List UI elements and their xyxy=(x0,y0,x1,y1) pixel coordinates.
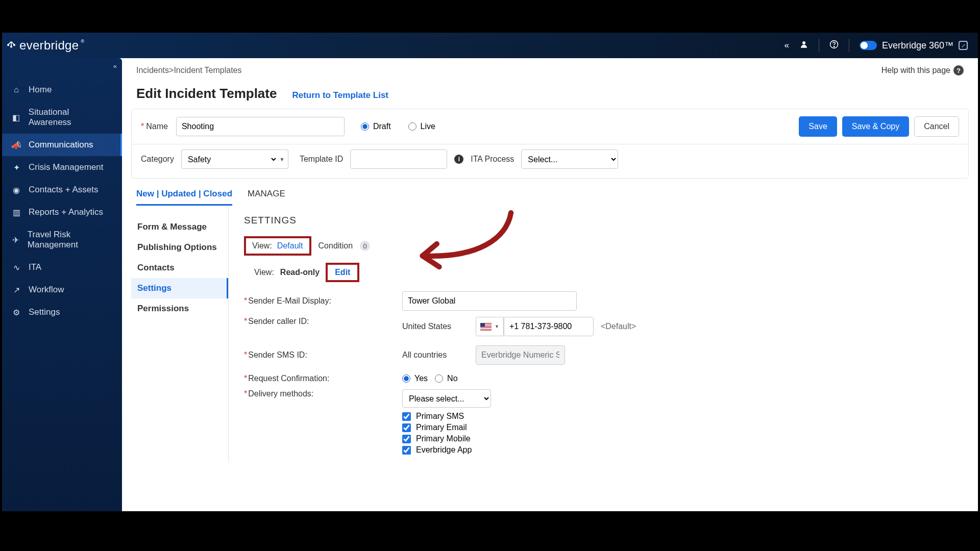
tab-new-updated-closed[interactable]: New | Updated | Closed xyxy=(136,189,232,206)
view-mode-value: Read-only xyxy=(280,268,320,277)
delivery-method-label: Primary Mobile xyxy=(416,434,471,443)
breadcrumb-root[interactable]: Incidents xyxy=(136,66,169,75)
delivery-method-everbridge-app: Everbridge App xyxy=(402,445,491,455)
sender-sms-id-input[interactable] xyxy=(476,345,565,365)
page-title: Edit Incident Template xyxy=(136,86,277,102)
expand-icon[interactable]: ⤢ xyxy=(959,41,968,50)
help-with-page[interactable]: Help with this page ? xyxy=(881,65,964,76)
condition-label: Condition xyxy=(318,241,353,251)
brand-name: everbridge xyxy=(19,38,79,53)
status-live-radio[interactable] xyxy=(408,122,416,131)
delivery-checkbox[interactable] xyxy=(402,435,411,443)
us-flag-icon xyxy=(480,323,492,331)
sidebar-collapse-icon[interactable]: « xyxy=(113,62,117,70)
nav-label: Travel Risk Management xyxy=(28,230,113,250)
sender-email-display-input[interactable] xyxy=(402,291,577,311)
settings-panel: SETTINGS View: Default Condition 0 View:… xyxy=(228,206,978,463)
logo-icon xyxy=(6,40,16,51)
condition-count-badge: 0 xyxy=(360,241,370,251)
edit-highlight: Edit xyxy=(326,263,359,282)
confirm-no-radio[interactable] xyxy=(435,374,443,383)
sidebar-item-ita[interactable]: ∿ITA xyxy=(2,256,122,279)
status-draft-radio[interactable] xyxy=(361,122,369,131)
subnav-form-message[interactable]: Form & Message xyxy=(131,217,228,237)
svg-point-0 xyxy=(8,44,9,46)
cancel-button[interactable]: Cancel xyxy=(914,116,959,137)
tabs: New | Updated | Closed MANAGE xyxy=(122,179,978,206)
delivery-checkbox[interactable] xyxy=(402,446,411,455)
request-confirmation-label: Request Confirmation: xyxy=(248,374,329,383)
sidebar-item-reports-analytics[interactable]: ▥Reports + Analytics xyxy=(2,201,122,223)
sms-country: All countries xyxy=(402,350,476,360)
tab-manage[interactable]: MANAGE xyxy=(248,189,285,206)
status-draft-label: Draft xyxy=(373,122,391,131)
plane-icon: ✈ xyxy=(11,235,20,245)
sender-caller-id-label: Sender caller ID: xyxy=(248,317,309,325)
view-default-link[interactable]: Default xyxy=(277,241,303,251)
delivery-methods-label: Delivery methods: xyxy=(248,389,313,398)
sidebar-item-settings[interactable]: ⚙Settings xyxy=(2,301,122,323)
nav-label: Communications xyxy=(29,140,93,150)
caret-down-icon: ▼ xyxy=(495,324,499,329)
edit-link[interactable]: Edit xyxy=(335,268,350,277)
toggle-icon xyxy=(860,41,877,50)
subnav-settings[interactable]: Settings xyxy=(131,278,228,298)
svg-point-1 xyxy=(14,44,15,46)
help-question-icon: ? xyxy=(953,65,964,76)
user-icon[interactable] xyxy=(799,40,808,52)
sidebar-item-home[interactable]: ⌂Home xyxy=(2,79,122,101)
sidebar-item-situational-awareness[interactable]: ◧Situational Awareness xyxy=(2,101,122,134)
collapse-panels-icon[interactable]: « xyxy=(784,40,789,51)
everbridge-360-toggle[interactable]: Everbridge 360™ ⤢ xyxy=(860,40,968,51)
product-name: Everbridge 360™ xyxy=(882,40,953,51)
caller-country: United States xyxy=(402,322,469,331)
gear-icon: ⚙ xyxy=(11,307,21,317)
category-label: Category xyxy=(141,155,174,164)
contacts-icon: ◉ xyxy=(11,185,21,195)
sidebar-item-communications[interactable]: 📣Communications xyxy=(2,134,122,156)
sidebar-item-workflow[interactable]: ↗Workflow xyxy=(2,279,122,301)
view-mode-label: View: xyxy=(254,268,274,277)
help-icon[interactable] xyxy=(829,40,839,52)
cm-icon: ✦ xyxy=(11,162,21,172)
delivery-method-label: Primary Email xyxy=(416,423,467,432)
subnav-contacts[interactable]: Contacts xyxy=(131,258,228,278)
name-input[interactable] xyxy=(176,117,345,136)
return-to-list-link[interactable]: Return to Template List xyxy=(292,90,388,101)
category-dropdown-icon[interactable]: ▼ xyxy=(276,149,288,169)
nav-label: Situational Awareness xyxy=(29,107,113,128)
confirm-yes-label: Yes xyxy=(414,374,428,383)
subnav-publishing-options[interactable]: Publishing Options xyxy=(131,237,228,258)
save-button[interactable]: Save xyxy=(799,116,837,137)
country-flag-select[interactable]: ▼ xyxy=(476,317,504,336)
svg-point-3 xyxy=(802,41,805,44)
view-default-highlight: View: Default xyxy=(244,236,311,256)
delivery-checkbox[interactable] xyxy=(402,412,411,421)
ita-info-icon[interactable]: i xyxy=(454,155,463,164)
delivery-method-label: Everbridge App xyxy=(416,445,472,455)
template-id-input[interactable] xyxy=(350,149,447,169)
breadcrumb-sep: > xyxy=(169,66,174,75)
sidebar-item-contacts-assets[interactable]: ◉Contacts + Assets xyxy=(2,179,122,201)
caller-default-label: <Default> xyxy=(601,322,636,331)
sidebar-item-crisis-management[interactable]: ✦Crisis Management xyxy=(2,156,122,179)
sidebar-item-travel-risk-management[interactable]: ✈Travel Risk Management xyxy=(2,223,122,256)
svg-point-2 xyxy=(11,46,12,47)
delivery-checkbox[interactable] xyxy=(402,423,411,432)
ita-process-label: ITA Process xyxy=(471,155,514,164)
subnav-permissions[interactable]: Permissions xyxy=(131,298,228,319)
delivery-methods-select[interactable]: Please select... xyxy=(402,389,491,408)
template-id-label: Template ID xyxy=(300,155,343,164)
wf-icon: ↗ xyxy=(11,285,21,295)
confirm-yes-radio[interactable] xyxy=(402,374,410,383)
nav-label: Crisis Management xyxy=(29,162,103,172)
caller-phone-input[interactable] xyxy=(504,317,594,336)
category-select[interactable]: Safety xyxy=(181,149,278,169)
delivery-method-primary-mobile: Primary Mobile xyxy=(402,434,491,443)
ita-process-select[interactable]: Select... xyxy=(521,149,618,169)
delivery-method-label: Primary SMS xyxy=(416,412,464,421)
ita-icon: ∿ xyxy=(11,262,21,272)
bullhorn-icon: 📣 xyxy=(11,140,21,150)
save-copy-button[interactable]: Save & Copy xyxy=(842,116,909,137)
sa-icon: ◧ xyxy=(11,112,21,122)
